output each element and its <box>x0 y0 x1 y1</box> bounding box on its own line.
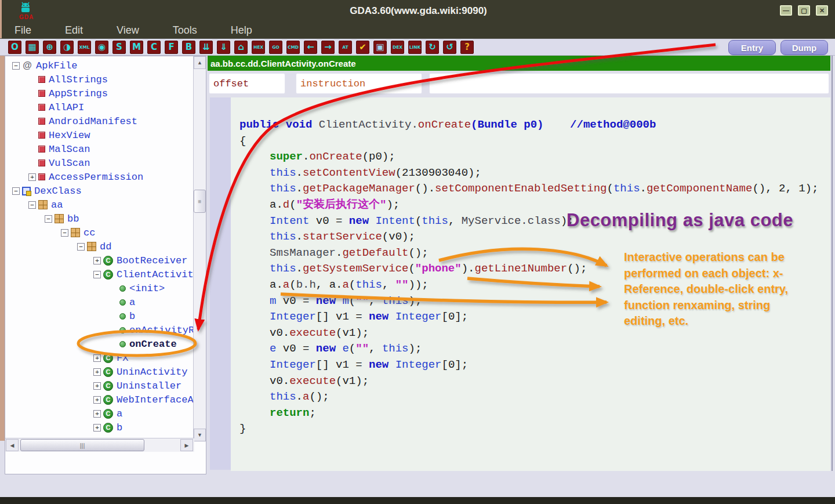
code-token-t[interactable]: this <box>270 390 296 403</box>
tree-item-apkfile[interactable]: −@ApkFile <box>5 59 193 72</box>
code-token-t[interactable]: Intent <box>375 215 415 227</box>
tree-item-androidmanifest[interactable]: AndroidManifest <box>5 114 193 128</box>
maximize-button[interactable]: ▢ <box>798 5 810 16</box>
code-token-t[interactable]: this <box>422 215 448 227</box>
code-line[interactable]: this.a(); <box>239 389 830 405</box>
tree-item-bootreceiver[interactable]: +CBootReceiver <box>5 253 193 267</box>
code-line[interactable]: public void ClientActivity.onCreate(Bund… <box>239 117 830 133</box>
tree-item-b[interactable]: b <box>5 309 193 323</box>
code-token-c[interactable]: b.h <box>296 278 316 291</box>
code-token-t[interactable]: Integer <box>270 310 316 323</box>
collapse-toggle-icon[interactable]: − <box>77 243 85 251</box>
strings-icon[interactable]: S <box>112 41 126 54</box>
code-token-c[interactable]: SmsManager <box>270 246 336 259</box>
instruction-column-header[interactable]: instruction <box>296 73 422 94</box>
tree-item-uninactivity[interactable]: +CUninActivity <box>5 365 193 379</box>
collapse-toggle-icon[interactable]: − <box>45 215 52 223</box>
code-token-t[interactable]: this <box>613 182 640 195</box>
tree-item-aa[interactable]: −aa <box>5 198 193 212</box>
code-token-m[interactable]: execute <box>289 327 336 339</box>
menu-edit[interactable]: Edit <box>65 24 83 37</box>
tree-item-bb[interactable]: −bb <box>5 212 193 226</box>
link-icon[interactable]: LINK <box>408 41 422 54</box>
code-token-m[interactable]: getLine1Number <box>475 262 568 275</box>
code-token-m[interactable]: startService <box>303 230 382 243</box>
expand-toggle-icon[interactable]: + <box>93 396 101 404</box>
forward-icon[interactable]: → <box>321 41 335 54</box>
code-token-t[interactable]: Integer <box>395 310 442 323</box>
code-token-m[interactable]: getSystemService <box>303 262 408 275</box>
tree-item-fx[interactable]: +CFX <box>5 351 193 365</box>
tree-item-webinterfaceactivity[interactable]: +CWebInterfaceActivity <box>5 393 193 407</box>
scroll-up-button[interactable]: ▲ <box>194 56 206 69</box>
tree-item-accesspermission[interactable]: +AccessPermission <box>5 170 193 184</box>
code-token-t[interactable]: this <box>270 262 296 275</box>
code-token-m[interactable]: getPackageManager <box>303 182 415 195</box>
method-icon[interactable]: M <box>130 41 143 54</box>
code-token-t[interactable]: this <box>270 230 296 243</box>
expand-toggle-icon[interactable]: + <box>93 354 101 362</box>
code-line[interactable]: this.setContentView(2130903040); <box>239 165 830 182</box>
export-icon[interactable]: ⇓ <box>217 41 230 54</box>
structure-icon[interactable]: ⌂ <box>234 41 248 54</box>
collapse-toggle-icon[interactable]: − <box>61 229 68 237</box>
tree-item-malscan[interactable]: MalScan <box>5 142 193 156</box>
code-token-t[interactable]: m <box>342 295 348 307</box>
tree-vertical-scrollbar[interactable]: ▲ ≡ ▼ <box>193 56 206 442</box>
code-token-m[interactable]: a <box>303 390 309 403</box>
code-token-m[interactable]: d <box>283 198 289 211</box>
close-button[interactable]: ✕ <box>816 5 828 16</box>
code-token-s[interactable]: "" <box>355 295 369 307</box>
collapse-toggle-icon[interactable]: − <box>28 201 36 209</box>
collapse-toggle-icon[interactable]: − <box>12 187 20 195</box>
tree-item-hexview[interactable]: HexView <box>5 128 193 142</box>
bytecode-icon[interactable]: B <box>182 41 195 54</box>
tree-item-oncreate[interactable]: onCreate <box>5 337 193 351</box>
code-token-t[interactable]: this <box>382 295 409 307</box>
code-token-t[interactable]: Integer <box>270 358 316 371</box>
code-token-m[interactable]: onCreate <box>418 118 471 131</box>
code-token-m[interactable]: setContentView <box>303 166 395 179</box>
code-line[interactable]: e v0 = new e("", this); <box>239 341 830 357</box>
save-icon[interactable]: ▦ <box>26 41 39 54</box>
code-token-t[interactable]: this <box>382 342 409 355</box>
field-icon[interactable]: F <box>165 41 178 54</box>
code-token-t[interactable]: this <box>355 278 382 291</box>
hex-icon[interactable]: HEX <box>252 41 265 54</box>
tree-item-clientactivity[interactable]: −CClientActivity <box>5 267 193 281</box>
at-icon[interactable]: AT <box>339 41 352 54</box>
code-line[interactable]: super.onCreate(p0); <box>239 149 830 165</box>
expand-toggle-icon[interactable]: + <box>93 368 101 376</box>
tree-item-allstrings[interactable]: AllStrings <box>5 72 193 86</box>
report-icon[interactable]: ▣ <box>373 41 387 54</box>
code-line[interactable]: Integer[] v1 = new Integer[0]; <box>239 357 830 374</box>
code-token-t[interactable]: this <box>270 166 296 179</box>
offset-column-header[interactable]: offset <box>209 73 285 94</box>
dex-icon[interactable]: DEX <box>391 41 404 54</box>
tree-item-uninstaller[interactable]: +CUninstaller <box>5 379 193 393</box>
code-token-s[interactable]: "" <box>355 342 369 355</box>
minimize-button[interactable]: — <box>780 5 792 16</box>
code-token-t[interactable]: Intent <box>270 215 309 227</box>
code-line[interactable]: this.getPackageManager().setComponentEna… <box>239 181 830 197</box>
entry-button[interactable]: Entry <box>728 40 776 55</box>
search-icon[interactable]: ⊕ <box>43 41 56 54</box>
code-token-c[interactable]: ClientActivity. <box>319 118 418 131</box>
code-line[interactable]: v0.execute(v1); <box>239 374 830 390</box>
scroll-left-button[interactable]: ◀ <box>6 439 19 451</box>
menu-view[interactable]: View <box>117 24 139 37</box>
code-token-m[interactable]: setComponentEnabledSetting <box>435 182 607 195</box>
menu-help[interactable]: Help <box>231 24 252 37</box>
menu-file[interactable]: File <box>14 24 31 37</box>
class-icon[interactable]: C <box>147 41 161 54</box>
expand-toggle-icon[interactable]: + <box>93 382 101 390</box>
code-token-t[interactable]: e <box>270 342 276 355</box>
apk-icon[interactable]: ◉ <box>95 41 108 54</box>
dump-button[interactable]: Dump <box>780 40 828 55</box>
back-icon[interactable]: ← <box>304 41 317 54</box>
tree-item-allapi[interactable]: AllAPI <box>5 100 193 114</box>
tree-horizontal-scrollbar[interactable]: ◀ ||| ▶ <box>5 438 194 452</box>
go-icon[interactable]: GO <box>269 41 282 54</box>
collapse-toggle-icon[interactable]: − <box>12 62 20 70</box>
code-token-m[interactable]: execute <box>289 375 336 387</box>
